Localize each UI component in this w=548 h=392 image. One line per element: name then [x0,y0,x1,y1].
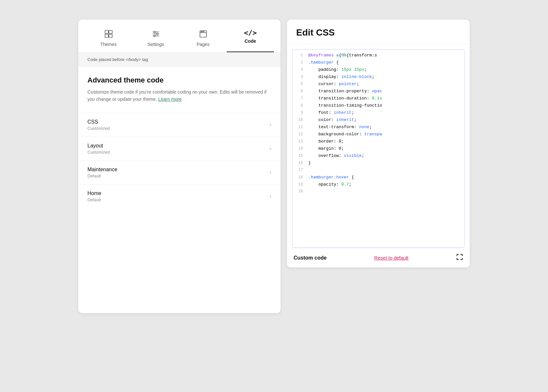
advanced-desc: Customize theme code if you're comfortab… [87,88,271,103]
section-layout-info: Layout Customized [87,143,110,155]
code-line-19: 19 opacity: 0.7; [293,181,464,188]
svg-rect-3 [109,34,112,38]
code-line-14: 14 margin: 0; [293,145,464,153]
code-line-3: 3 padding: 15px 15px; [293,67,464,74]
code-line-10: 10 color: inherit; [293,117,464,124]
code-line-11: 11 text-transform: none; [293,124,464,131]
tab-themes[interactable]: Themes [85,26,132,52]
code-line-6: 6 transition-property: opac [293,88,464,95]
code-line-13: 13 border: 0; [293,138,464,145]
svg-point-8 [156,33,158,35]
tab-themes-label: Themes [100,42,117,47]
code-icon: </> [244,29,257,37]
code-line-18: 18 .hamburger:hover { [293,174,464,181]
tab-code-label: Code [245,38,256,44]
section-home-title: Home [87,190,101,196]
section-maintenance-sub: Default [87,173,117,178]
code-line-17: 17 [293,167,464,174]
section-css-info: CSS Customized [87,119,110,131]
reset-to-default-link[interactable]: Reset to default [374,255,408,261]
tab-code[interactable]: </> Code [227,26,274,52]
code-line-8: 8 transition-timing-functio [293,102,464,110]
section-css-title: CSS [87,119,110,125]
section-maintenance-title: Maintenance [87,167,117,173]
code-line-2: 2 .hamburger { [293,59,464,67]
section-item-layout[interactable]: Layout Customized › [78,137,281,160]
code-editor[interactable]: 1 @keyframes a{0%{transform:s 2 .hamburg… [293,50,464,239]
svg-rect-2 [105,34,108,38]
section-home-sub: Default [87,197,101,202]
code-line-12: 12 background-color: transpa [293,131,464,138]
svg-point-12 [201,31,202,32]
section-item-home[interactable]: Home Default › [78,184,281,208]
themes-icon [104,29,113,40]
editor-title: Edit CSS [296,27,461,38]
code-line-16: 16 } [293,160,464,167]
svg-point-13 [202,31,203,32]
code-footer: Custom code Reset to default [287,248,470,267]
svg-rect-0 [105,30,108,34]
section-item-css[interactable]: CSS Customized › [78,113,281,137]
code-line-15: 15 overflow: visible; [293,153,464,160]
code-editor-wrapper[interactable]: 1 @keyframes a{0%{transform:s 2 .hamburg… [292,49,464,248]
advanced-title: Advanced theme code [87,76,271,84]
svg-rect-1 [109,30,112,34]
code-line-9: 9 font: inherit; [293,110,464,117]
left-panel: Themes Settings [78,20,281,313]
section-layout-sub: Customized [87,150,110,155]
section-css-sub: Customized [87,126,110,131]
code-lines: 1 @keyframes a{0%{transform:s 2 .hamburg… [293,50,464,198]
code-line-1: 1 @keyframes a{0%{transform:s [293,52,464,59]
left-content: Code placed before </body> tag Advanced … [78,53,281,211]
section-list: CSS Customized › Layout Customized › Mai… [78,110,281,211]
chevron-right-icon: › [269,169,271,176]
svg-point-7 [154,31,155,33]
code-placed-banner: Code placed before </body> tag [78,53,281,67]
section-home-info: Home Default [87,190,101,202]
section-maintenance-info: Maintenance Default [87,167,117,178]
chevron-right-icon: › [269,193,271,200]
advanced-section: Advanced theme code Customize theme code… [78,67,281,110]
settings-icon [151,29,160,40]
right-panel: Edit CSS 1 @keyframes a{0%{transform:s 2… [287,20,470,267]
code-line-4: 4 display: inline-block; [293,74,464,81]
tab-settings[interactable]: Settings [132,26,179,52]
chevron-right-icon: › [269,121,271,128]
code-line-20: 20 [293,188,464,196]
custom-code-label: Custom code [294,255,327,261]
tab-settings-label: Settings [147,42,164,47]
nav-tabs: Themes Settings [78,20,281,53]
svg-point-9 [154,35,155,37]
section-layout-title: Layout [87,143,110,149]
section-item-maintenance[interactable]: Maintenance Default › [78,160,281,184]
expand-icon[interactable] [456,253,463,262]
code-line-5: 5 cursor: pointer; [293,81,464,88]
code-line-7: 7 transition-duration: 0.1s [293,95,464,102]
learn-more-link[interactable]: Learn more [158,97,182,102]
svg-point-14 [204,31,204,32]
right-header: Edit CSS [287,20,470,44]
chevron-right-icon: › [269,145,271,152]
banner-text: Code placed before </body> tag [87,57,148,62]
tab-pages[interactable]: Pages [179,26,227,52]
pages-icon [199,29,208,40]
tab-pages-label: Pages [197,42,210,47]
